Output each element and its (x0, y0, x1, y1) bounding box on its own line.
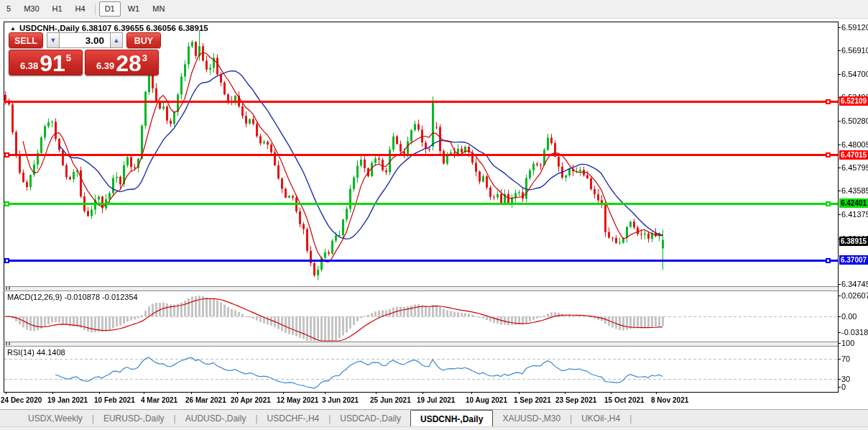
tab-usdx-weekly[interactable]: USDX,Weekly (19, 410, 92, 427)
date-axis-label: 20 Apr 2021 (231, 396, 271, 404)
sell-price-prefix: 6.38 (20, 60, 38, 71)
buy-price-prefix: 6.39 (96, 60, 114, 71)
date-axis-label: 10 Feb 2021 (94, 396, 135, 404)
tab-separator: | (629, 410, 632, 427)
tab-usdcad-daily[interactable]: USDCAD-,Daily (331, 410, 410, 427)
date-axis-label: 19 Jan 2021 (47, 396, 88, 404)
price-axis-label: 6.59120 (841, 23, 868, 32)
tab-usdcnh-daily[interactable]: USDCNH-,Daily (410, 410, 493, 427)
rsi-axis-label: 100 (841, 339, 854, 347)
price-axis-label: 6.43585 (841, 186, 868, 195)
price-axis-label: 6.50280 (841, 116, 868, 125)
date-axis-label: 15 Oct 2021 (604, 396, 645, 404)
sell-quote-panel[interactable]: 6.38 91 5 (9, 50, 83, 76)
buy-price-big: 28 (116, 52, 142, 74)
date-axis-label: 19 Jul 2021 (417, 396, 455, 404)
volume-spinner: ▼ ▲ (47, 32, 123, 48)
tab-ukoil-h4[interactable]: UKOil-,H4 (572, 410, 629, 427)
chart-title: ▲USDCNH-,Daily 6.38107 6.39655 6.36056 6… (10, 24, 208, 32)
collapse-triangle-icon[interactable]: ▲ (10, 25, 16, 32)
volume-increase-button[interactable]: ▲ (110, 32, 123, 48)
date-axis-label: 4 Mar 2021 (141, 396, 177, 404)
price-axis-label: 6.48005 (841, 140, 868, 149)
tab-usdchf-h4[interactable]: USDCHF-,H4 (258, 410, 329, 427)
price-axis-label: 6.34745 (841, 280, 868, 288)
date-axis-label: 23 Sep 2021 (555, 396, 596, 404)
tab-audusd-daily[interactable]: AUDUSD-,Daily (176, 410, 256, 427)
date-axis-label: 3 Jun 2021 (322, 396, 359, 404)
date-axis-label: 10 Aug 2021 (466, 396, 507, 404)
date-axis-label: 26 Mar 2021 (185, 396, 226, 404)
date-axis-label: 24 Dec 2020 (1, 396, 42, 404)
tab-bar-lead-space (0, 410, 19, 427)
chart-symbol-label: USDCNH-,Daily (19, 24, 80, 32)
sell-price-pip: 5 (66, 52, 71, 63)
price-axis-label: 6.41375 (841, 210, 868, 219)
chart-tab-bar: USDX,Weekly|EURUSD-,Daily|AUDUSD-,Daily|… (0, 409, 868, 427)
rsi-indicator-label: RSI(14) 44.1408 (7, 348, 65, 357)
price-axis-label: 6.45795 (841, 163, 868, 172)
chart-ohlc-values: 6.38107 6.39655 6.36056 6.38915 (82, 24, 208, 32)
trading-terminal-window: 5M30H1H4D1W1MN ▲USDCNH-,Daily 6.38107 6.… (0, 0, 868, 430)
current-price-tag: 6.38915 (839, 237, 868, 246)
rsi-axis-label: 0 (841, 383, 846, 391)
buy-price-pip: 3 (142, 52, 147, 63)
tab-xauusd-m30[interactable]: XAUUSD-,M30 (493, 410, 570, 427)
hline-price-tag: 6.52109 (839, 96, 868, 106)
hline-price-tag: 6.42401 (839, 198, 868, 208)
date-axis-label: 25 Jun 2021 (370, 396, 411, 404)
tab-eurusd-daily[interactable]: EURUSD-,Daily (94, 410, 174, 427)
one-click-trade-widget: SELL ▼ ▲ BUY 6.38 91 5 6.39 28 3 (9, 32, 161, 76)
price-axis-label: 6.56910 (841, 46, 868, 55)
hline-price-tag: 6.37007 (839, 255, 868, 265)
macd-axis-label: -0.03187 (841, 328, 868, 337)
date-axis-label: 8 Nov 2021 (651, 396, 688, 404)
sell-button[interactable]: SELL (9, 32, 43, 48)
buy-quote-panel[interactable]: 6.39 28 3 (85, 50, 159, 76)
date-axis-label: 1 Sep 2021 (514, 396, 551, 404)
volume-decrease-button[interactable]: ▼ (47, 32, 60, 48)
rsi-axis-label: 70 (841, 354, 850, 363)
trade-buttons-row: SELL ▼ ▲ BUY (9, 32, 161, 48)
trade-quotes-row: 6.38 91 5 6.39 28 3 (9, 50, 161, 76)
hline-price-tag: 6.47015 (839, 150, 868, 160)
status-strip (0, 426, 868, 430)
sell-price-big: 91 (40, 52, 65, 74)
volume-input[interactable] (60, 32, 110, 48)
date-axis-label: 12 May 2021 (277, 396, 318, 404)
price-axis-label: 6.54700 (841, 70, 868, 78)
macd-axis-label: 0.00 (841, 312, 857, 321)
buy-button[interactable]: BUY (126, 32, 161, 48)
macd-axis-label: 0.02607 (841, 291, 868, 300)
macd-indicator-label: MACD(12,26,9) -0.010878 -0.012354 (7, 293, 138, 301)
